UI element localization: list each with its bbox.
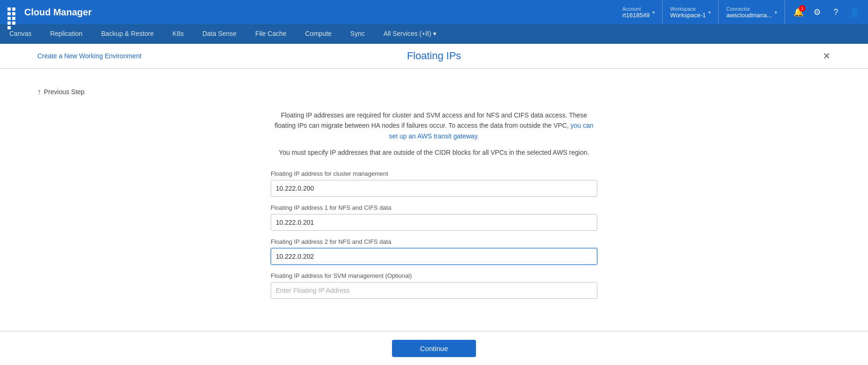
connector-section[interactable]: Connector awscloudmana... ▾	[719, 0, 785, 24]
account-value: rt1618549	[623, 12, 650, 19]
bottom-bar: Continue	[0, 331, 868, 365]
connector-chevron-icon: ▾	[775, 10, 777, 15]
breadcrumb-link[interactable]: Create a New Working Environment	[37, 52, 141, 60]
page-title: Floating IPs	[407, 50, 461, 62]
description-main: Floating IP addresses are required for c…	[271, 110, 597, 141]
previous-step-arrow-icon: ↑	[37, 88, 41, 96]
workspace-label: Workspace	[670, 6, 706, 12]
workspace-chevron-icon: ▾	[708, 10, 711, 15]
workspace-section[interactable]: Workspace Workspace-1 ▾	[663, 0, 719, 24]
header-icons: 🔔 1 ⚙ ? 👤	[785, 4, 862, 20]
nfs-cifs-ip2-input[interactable]	[271, 248, 597, 265]
field1-group: Floating IP address for cluster manageme…	[271, 170, 597, 197]
workspace-value: Workspace-1	[670, 12, 706, 19]
field1-label: Floating IP address for cluster manageme…	[271, 170, 597, 177]
help-button[interactable]: ?	[828, 4, 844, 20]
nav-bar: Canvas Replication Backup & Restore K8s …	[0, 24, 868, 44]
grid-icon[interactable]	[6, 6, 19, 19]
cluster-management-ip-input[interactable]	[271, 180, 597, 197]
nav-item-replication[interactable]: Replication	[41, 24, 91, 44]
settings-gear-button[interactable]: ⚙	[809, 4, 825, 20]
account-chevron-icon: ▾	[652, 10, 655, 15]
form-section: Floating IP addresses are required for c…	[271, 110, 597, 306]
field2-label: Floating IP address 1 for NFS and CIFS d…	[271, 204, 597, 211]
user-avatar-button[interactable]: 👤	[847, 4, 862, 20]
field3-group: Floating IP address 2 for NFS and CIFS d…	[271, 238, 597, 265]
nfs-cifs-ip1-input[interactable]	[271, 214, 597, 231]
main-content: ↑ Previous Step Floating IP addresses ar…	[0, 69, 868, 330]
svm-management-ip-input[interactable]	[271, 282, 597, 299]
header-right: Account rt1618549 ▾ Workspace Workspace-…	[615, 0, 862, 24]
nav-item-file-cache[interactable]: File Cache	[246, 24, 296, 44]
connector-value: awscloudmana...	[726, 12, 772, 19]
continue-button[interactable]: Continue	[392, 340, 476, 357]
nav-item-data-sense[interactable]: Data Sense	[193, 24, 246, 44]
account-section[interactable]: Account rt1618549 ▾	[615, 0, 663, 24]
nav-item-sync[interactable]: Sync	[341, 24, 374, 44]
nav-item-canvas[interactable]: Canvas	[0, 24, 41, 44]
nav-item-compute[interactable]: Compute	[296, 24, 341, 44]
nav-item-k8s[interactable]: K8s	[163, 24, 193, 44]
top-header: Cloud Manager Account rt1618549 ▾ Worksp…	[0, 0, 868, 24]
connector-label: Connector	[726, 6, 772, 12]
nav-item-all-services[interactable]: All Services (+8) ▾	[374, 24, 446, 44]
account-label: Account	[623, 6, 650, 12]
page-header: Create a New Working Environment Floatin…	[0, 44, 868, 69]
close-button[interactable]: ✕	[823, 50, 831, 62]
notification-badge: 1	[799, 5, 805, 12]
app-title: Cloud Manager	[24, 7, 615, 18]
notification-bell-button[interactable]: 🔔 1	[791, 4, 806, 20]
field4-label: Floating IP address for SVM management (…	[271, 272, 597, 279]
cidr-description: You must specify IP addresses that are o…	[271, 149, 597, 156]
field2-group: Floating IP address 1 for NFS and CIFS d…	[271, 204, 597, 231]
previous-step-button[interactable]: ↑ Previous Step	[37, 88, 84, 96]
previous-step-label: Previous Step	[44, 88, 84, 96]
field4-group: Floating IP address for SVM management (…	[271, 272, 597, 299]
field3-label: Floating IP address 2 for NFS and CIFS d…	[271, 238, 597, 245]
nav-item-backup-restore[interactable]: Backup & Restore	[92, 24, 163, 44]
